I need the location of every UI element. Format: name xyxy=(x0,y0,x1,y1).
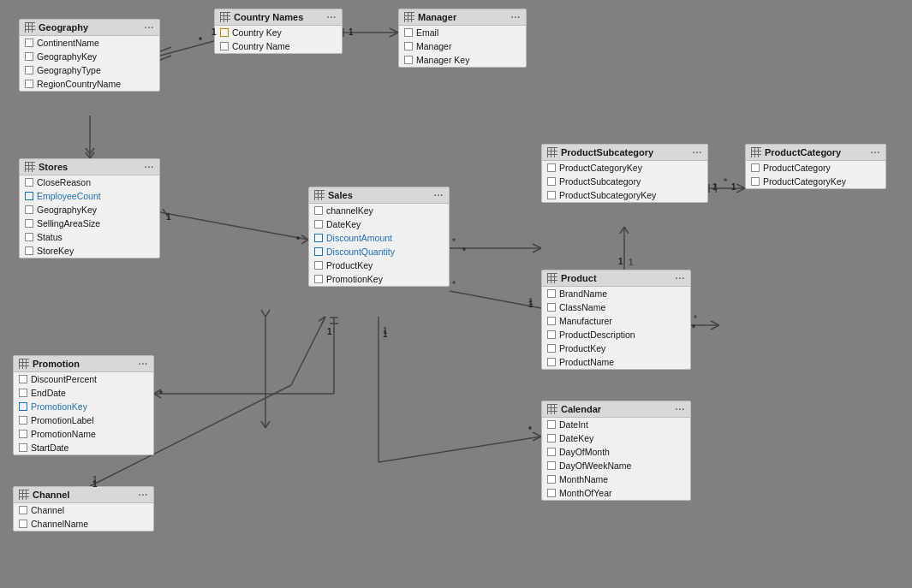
field-countryname: Country Name xyxy=(215,39,342,53)
field-monthofyear: MonthOfYear xyxy=(542,486,690,500)
field-status: Status xyxy=(20,230,159,244)
svg-line-46 xyxy=(450,291,541,308)
menu-dots[interactable]: ··· xyxy=(434,191,444,200)
field-productcategory: ProductCategory xyxy=(746,161,885,175)
menu-dots[interactable]: ··· xyxy=(145,23,154,33)
field-datekey: DateKey xyxy=(542,431,690,445)
table-manager: Manager ··· Email Manager Manager Key xyxy=(398,9,527,68)
field-icon xyxy=(25,205,33,214)
field-regioncountryname: RegionCountryName xyxy=(20,77,159,91)
field-icon-link xyxy=(314,234,323,242)
grid-icon xyxy=(19,490,29,500)
field-classname: ClassName xyxy=(542,300,690,314)
field-icon-key xyxy=(220,28,229,37)
field-icon xyxy=(404,42,413,50)
field-productsubcategorykey: ProductSubcategoryKey xyxy=(542,188,707,202)
field-icon xyxy=(314,275,323,283)
label-geo-country-star: * xyxy=(199,36,202,45)
grid-icon xyxy=(220,12,230,22)
grid-icon xyxy=(547,404,557,414)
table-calendar-title: Calendar xyxy=(561,404,601,414)
menu-dots[interactable]: ··· xyxy=(145,163,154,172)
label-sales-star: * xyxy=(296,235,300,245)
menu-dots[interactable]: ··· xyxy=(676,274,685,283)
svg-line-58 xyxy=(265,310,270,317)
field-productsubcategory: ProductSubcategory xyxy=(542,175,707,188)
field-discountpercent: DiscountPercent xyxy=(14,372,153,386)
table-geography: Geography ··· ContinentName GeographyKey… xyxy=(19,19,160,92)
menu-dots[interactable]: ··· xyxy=(676,405,685,414)
field-icon xyxy=(25,52,33,61)
table-manager-title: Manager xyxy=(418,12,456,22)
field-dayofmonth: DayOfMonth xyxy=(542,445,690,459)
table-stores-title: Stores xyxy=(39,162,68,172)
field-icon-link xyxy=(25,192,33,200)
field-channel: Channel xyxy=(14,503,153,517)
field-promotionname: PromotionName xyxy=(14,427,153,441)
field-icon xyxy=(547,303,556,312)
svg-line-13 xyxy=(160,212,308,240)
field-icon xyxy=(547,344,556,353)
menu-dots[interactable]: ··· xyxy=(511,13,521,22)
field-datekey: DateKey xyxy=(309,217,449,231)
svg-line-32 xyxy=(711,321,719,325)
svg-text:*: * xyxy=(724,176,728,187)
field-icon xyxy=(547,461,556,470)
svg-line-15 xyxy=(301,240,308,244)
svg-line-53 xyxy=(321,317,325,325)
table-promotion: Promotion ··· DiscountPercent EndDate Pr… xyxy=(13,355,154,455)
svg-line-52 xyxy=(319,317,325,321)
field-promotionkey: PromotionKey xyxy=(309,272,449,286)
field-icon xyxy=(19,506,27,514)
field-icon xyxy=(314,261,323,270)
label-sales-promo-1: 1 xyxy=(327,327,332,336)
svg-line-24 xyxy=(736,184,745,188)
grid-icon xyxy=(25,22,35,33)
label-sales-cal-1: 1 xyxy=(383,330,388,339)
grid-icon xyxy=(751,147,761,157)
menu-dots[interactable]: ··· xyxy=(139,359,148,369)
table-productcategory-header: ProductCategory ··· xyxy=(746,145,885,161)
svg-line-0 xyxy=(160,41,214,56)
label-country-1: 1 xyxy=(212,27,217,37)
field-employeecount: EmployeeCount xyxy=(20,189,159,203)
field-countrykey: Country Key xyxy=(215,26,342,39)
table-countrynames-header: Country Names ··· xyxy=(215,9,342,26)
field-geographykey: GeographyKey xyxy=(20,50,159,63)
field-icon xyxy=(19,443,27,452)
field-icon xyxy=(547,177,556,186)
label-stores-1: 1 xyxy=(166,212,171,222)
field-monthname: MonthName xyxy=(542,472,690,486)
menu-dots[interactable]: ··· xyxy=(693,148,702,157)
table-countrynames-title: Country Names xyxy=(234,12,303,22)
table-productsubcategory-header: ProductSubcategory ··· xyxy=(542,145,707,161)
grid-icon xyxy=(25,162,35,172)
menu-dots[interactable]: ··· xyxy=(327,13,337,22)
menu-dots[interactable]: ··· xyxy=(139,490,148,500)
svg-line-44 xyxy=(533,432,541,437)
field-icon xyxy=(547,448,556,456)
table-productsubcategory-title: ProductSubcategory xyxy=(561,147,653,157)
svg-text:*: * xyxy=(694,313,698,324)
field-icon xyxy=(25,178,33,187)
field-icon xyxy=(751,163,760,172)
field-icon xyxy=(25,246,33,255)
svg-line-9 xyxy=(86,152,90,158)
field-icon xyxy=(25,39,33,47)
field-icon xyxy=(314,206,323,215)
svg-line-12 xyxy=(90,148,94,154)
field-icon xyxy=(547,420,556,429)
table-productsubcategory: ProductSubcategory ··· ProductCategoryKe… xyxy=(541,144,708,203)
svg-line-18 xyxy=(533,244,541,248)
table-channel: Channel ··· Channel ChannelName xyxy=(13,486,154,532)
field-brandname: BrandName xyxy=(542,287,690,300)
field-icon xyxy=(547,358,556,366)
svg-line-57 xyxy=(261,310,265,317)
label-sales-prod-star: * xyxy=(462,246,466,256)
field-closereason: CloseReason xyxy=(20,175,159,189)
field-manager: Manager xyxy=(399,39,526,53)
svg-line-25 xyxy=(736,188,745,193)
table-product: Product ··· BrandName ClassName Manufact… xyxy=(541,270,691,370)
menu-dots[interactable]: ··· xyxy=(871,148,880,157)
table-geography-header: Geography ··· xyxy=(20,20,159,36)
